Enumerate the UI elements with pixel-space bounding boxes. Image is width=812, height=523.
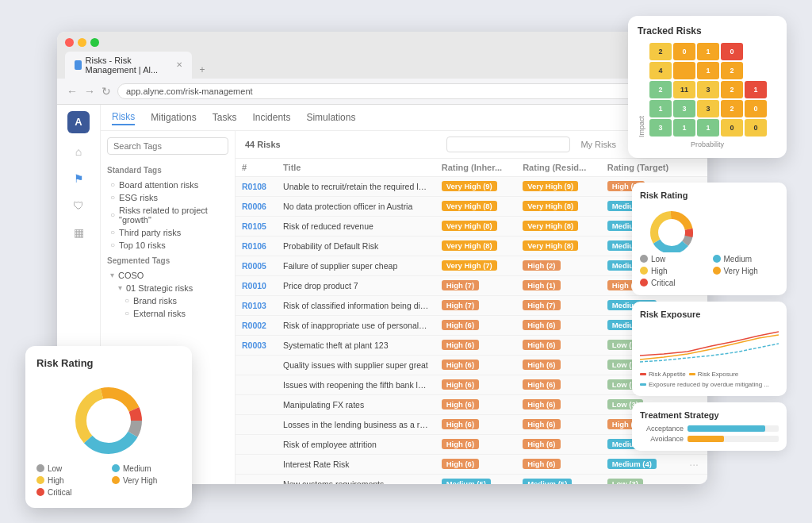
badge-inherent: High (6)	[442, 320, 479, 330]
cell-title: Issues with reopening the fifth bank loc…	[277, 375, 435, 394]
risk-rating-mini-card: Risk Rating Low Medium Hig	[632, 183, 787, 295]
cell-actions[interactable]: ···	[683, 474, 707, 484]
heatmap-cell[interactable]: 1	[745, 81, 767, 98]
heatmap-cell[interactable]: 2	[721, 81, 743, 98]
heatmap-cell[interactable]: 0	[721, 43, 743, 60]
address-bar[interactable]: app.alyne.com/risk-management	[117, 83, 698, 99]
cell-residual: High (6)	[516, 355, 601, 375]
cell-title: Probability of Default Risk	[277, 236, 435, 256]
heatmap-cell[interactable]: 2	[721, 62, 743, 79]
treatment-acceptance: Acceptance	[640, 425, 779, 433]
badge-residual: High (6)	[523, 360, 560, 370]
heatmap-cell[interactable]: 1	[673, 119, 695, 137]
heatmap-cell[interactable]: 0	[673, 43, 695, 60]
tag-project-growth[interactable]: ○ Risks related to project "growth"	[107, 204, 228, 226]
reload-button[interactable]: ↻	[102, 85, 111, 98]
active-tab[interactable]: Risks - Risk Management | Al... ✕	[65, 52, 192, 79]
traffic-lights	[65, 38, 699, 47]
tag-coso[interactable]: ▾ COSO	[107, 269, 228, 282]
badge-residual: High (6)	[523, 320, 560, 330]
heatmap-cell[interactable]: 3	[649, 119, 672, 137]
cell-title: Risk of classified information being dis…	[277, 295, 435, 315]
heatmap-cell[interactable]: 1	[697, 119, 719, 137]
tag-brand[interactable]: ○ Brand risks	[107, 294, 228, 307]
maximize-button[interactable]	[90, 38, 99, 47]
cell-actions[interactable]: ···	[683, 454, 707, 474]
nav-risks[interactable]: Risks	[112, 110, 135, 125]
heatmap-cell[interactable]: 0	[745, 119, 767, 137]
heatmap-cell[interactable]: 2	[649, 81, 672, 98]
heatmap-cell[interactable]	[673, 62, 695, 79]
address-bar-row: ← → ↻ app.alyne.com/risk-management	[57, 79, 707, 105]
heatmap-cell[interactable]: 3	[697, 100, 719, 117]
nav-incidents[interactable]: Incidents	[252, 110, 290, 125]
heatmap-cell[interactable]: 2	[649, 43, 672, 60]
heatmap-cell[interactable]: 1	[697, 43, 719, 60]
cell-title: Losses in the lending business as a resu…	[277, 414, 435, 434]
table-row[interactable]: Interest Rate Risk High (6) High (6) Med…	[236, 454, 707, 474]
heatmap-cell[interactable]: 2	[721, 100, 743, 117]
close-button[interactable]	[65, 38, 74, 47]
nav-mitigations[interactable]: Mitigations	[151, 110, 196, 125]
table-row[interactable]: New customs requirements Medium (5) Medi…	[236, 474, 707, 484]
favicon-icon	[75, 60, 82, 70]
new-tab-button[interactable]: +	[193, 61, 211, 79]
legend-dot-high	[640, 267, 648, 275]
heatmap-cell[interactable]: 1	[649, 100, 672, 117]
tag-external[interactable]: ○ External risks	[107, 307, 228, 320]
badge-inherent: Very High (8)	[442, 240, 497, 251]
search-tags-input[interactable]	[107, 137, 228, 155]
tag-icon: ○	[110, 180, 115, 189]
heatmap-cell[interactable]: 3	[673, 100, 695, 117]
sidebar-icon-chart[interactable]: ▦	[70, 224, 87, 241]
risk-rating-donut	[61, 377, 156, 456]
treatment-acceptance-bar	[688, 425, 765, 432]
sidebar-icon-shield[interactable]: 🛡	[70, 197, 87, 214]
tag-esg[interactable]: ○ ESG risks	[107, 191, 228, 204]
cell-title: Price drop product 7	[277, 275, 435, 295]
heatmap-row: 31100	[649, 119, 777, 137]
forward-button[interactable]: →	[84, 85, 95, 98]
tag-board-attention[interactable]: ○ Board attention risks	[107, 179, 228, 191]
exposure-legend: Risk Appetite Risk Exposure Exposure red…	[640, 371, 779, 388]
tag-third-party[interactable]: ○ Third party risks	[107, 226, 228, 239]
tag-top10[interactable]: ○ Top 10 risks	[107, 239, 228, 252]
minimize-button[interactable]	[78, 38, 86, 47]
treatment-acceptance-label: Acceptance	[640, 425, 684, 433]
cell-residual: High (6)	[516, 454, 601, 474]
badge-residual: High (6)	[523, 340, 560, 350]
sidebar-icon-home[interactable]: ⌂	[70, 143, 87, 160]
row-menu-button[interactable]: ···	[689, 458, 699, 471]
badge-inherent: Medium (5)	[442, 479, 491, 484]
nav-tasks[interactable]: Tasks	[213, 110, 237, 125]
nav-simulations[interactable]: Simulations	[306, 110, 355, 125]
cell-inherent: High (6)	[435, 394, 516, 414]
row-menu-button[interactable]: ···	[689, 478, 699, 484]
sidebar-icon-risks[interactable]: ⚑	[70, 170, 87, 187]
tag-label: Risks related to project "growth"	[119, 206, 225, 225]
my-risks-button[interactable]: My Risks	[576, 138, 620, 151]
close-tab-icon[interactable]: ✕	[176, 60, 182, 69]
heatmap-cell[interactable]: 11	[673, 81, 695, 98]
badge-residual: Very High (9)	[523, 181, 578, 191]
heatmap-cell[interactable]: 0	[745, 100, 767, 117]
main-search-input[interactable]	[446, 137, 570, 152]
cell-id	[236, 474, 277, 484]
badge-residual: High (6)	[523, 379, 560, 390]
risk-rating-legend: Low Medium High Very High Critical	[640, 255, 779, 287]
cell-target: Low (3)	[601, 474, 684, 484]
back-button[interactable]: ←	[67, 85, 78, 98]
heatmap-cell[interactable]: 1	[697, 62, 719, 79]
tag-icon: ▾	[118, 283, 122, 292]
cell-inherent: High (6)	[435, 355, 516, 375]
legend-dot-critical	[640, 279, 648, 286]
heatmap-cell[interactable]: 3	[697, 81, 719, 98]
heatmap-cell[interactable]: 0	[721, 119, 743, 137]
tag-strategic[interactable]: ▾ 01 Strategic risks	[107, 282, 228, 294]
col-residual: Rating (Resid...	[516, 159, 601, 177]
cell-id: R0005	[236, 256, 277, 275]
risk-exposure-card: Risk Exposure Risk Appetite Risk Exposur…	[632, 302, 787, 396]
legend-dot-main-high	[36, 476, 44, 484]
risk-rating-card: Risk Rating Low Medium High	[25, 346, 192, 508]
heatmap-cell[interactable]: 4	[649, 62, 672, 79]
